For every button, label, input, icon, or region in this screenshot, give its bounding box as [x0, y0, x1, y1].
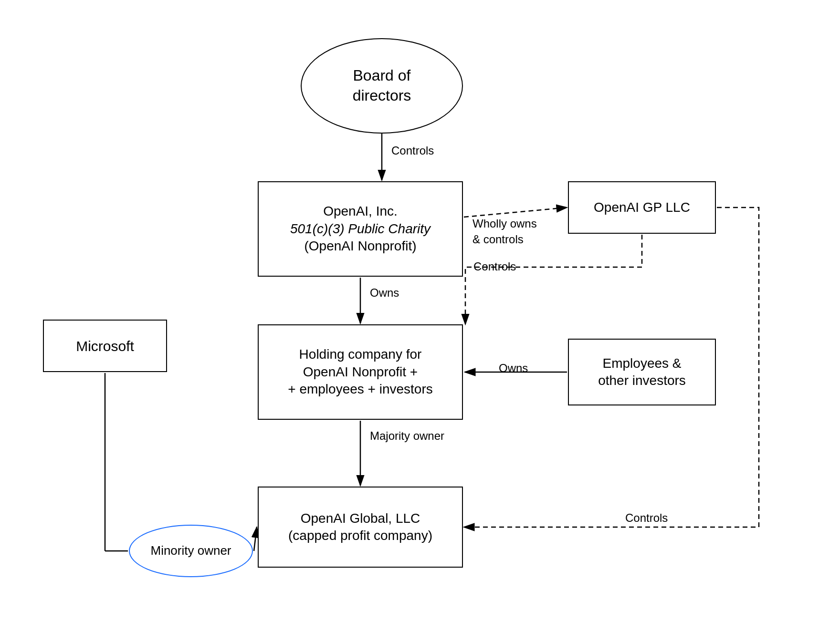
holding-line2: OpenAI Nonprofit +: [303, 363, 418, 381]
wholly-owns-label: Wholly owns & controls: [472, 199, 537, 248]
openai-gp-label: OpenAI GP LLC: [594, 199, 690, 216]
board-of-directors-node: Board of directors: [301, 38, 463, 134]
owns-label-1: Owns: [370, 286, 399, 300]
openai-inc-label-line2: 501(c)(3) Public Charity: [290, 220, 430, 238]
owns-label-2: Owns: [499, 362, 528, 375]
openai-global-line1: OpenAI Global, LLC: [301, 510, 420, 527]
majority-owner-label: Majority owner: [370, 429, 444, 443]
openai-global-node: OpenAI Global, LLC (capped profit compan…: [258, 487, 463, 568]
holding-company-node: Holding company for OpenAI Nonprofit + +…: [258, 324, 463, 420]
openai-inc-label-line3: (OpenAI Nonprofit): [304, 238, 417, 255]
microsoft-label: Microsoft: [76, 337, 134, 355]
employees-line1: Employees &: [603, 355, 682, 372]
controls-label-2: Controls: [473, 260, 516, 273]
employees-node: Employees & other investors: [568, 339, 716, 405]
openai-inc-node: OpenAI, Inc. 501(c)(3) Public Charity (O…: [258, 181, 463, 277]
controls-label-3: Controls: [625, 511, 668, 525]
board-of-directors-label: Board of directors: [353, 66, 411, 105]
openai-inc-label-line1: OpenAI, Inc.: [323, 203, 398, 220]
employees-line2: other investors: [598, 372, 686, 389]
holding-line1: Holding company for: [299, 346, 422, 363]
openai-gp-node: OpenAI GP LLC: [568, 181, 716, 234]
holding-line3: + employees + investors: [288, 381, 433, 398]
svg-line-9: [254, 527, 257, 551]
minority-owner-label: Minority owner: [150, 543, 231, 559]
controls-label-1: Controls: [391, 144, 434, 157]
openai-global-line2: (capped profit company): [288, 527, 432, 544]
minority-owner-node: Minority owner: [129, 525, 253, 577]
microsoft-node: Microsoft: [43, 320, 167, 372]
diagram-container: Board of directors Controls OpenAI, Inc.…: [0, 0, 840, 643]
